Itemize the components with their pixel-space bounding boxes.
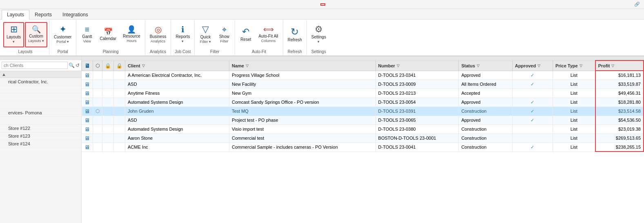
refresh-icon: ↻ <box>291 27 299 37</box>
resource-hours-sub: Hours <box>127 39 136 43</box>
search-icon[interactable]: 🔍 <box>69 62 75 68</box>
planning-group-items: ≡ Gantt View 📅 Calendar 👤 Resource Hours <box>78 20 143 49</box>
show-filter-button[interactable]: ⌖ Show Filter <box>215 22 233 47</box>
settings-button[interactable]: ⚙ Settings ▾ <box>309 22 329 47</box>
sidebar-item-5[interactable]: ervices- Pomona <box>0 109 81 117</box>
table-row[interactable]: 🖥 Anytime Fitness New Gym D-TOOLS 23-021… <box>82 89 644 98</box>
row-profit: $269,513.65 <box>595 134 644 143</box>
row-profit: $16,181.13 <box>595 71 644 80</box>
col-pricetype-header[interactable]: Price Type ▽ <box>553 60 595 71</box>
row-monitor-icon: 🖥 <box>82 116 93 125</box>
table-row[interactable]: 🖥 ASD New Facility D-TOOLS 23-0009 All I… <box>82 80 644 89</box>
col-icon4: 🔒 <box>114 60 125 71</box>
row-pricetype: List <box>553 80 595 89</box>
quick-filter-sub: Filter ▾ <box>200 40 211 44</box>
row-approved: ✓ <box>512 143 553 152</box>
row-lock2-icon <box>114 143 125 152</box>
table-row[interactable]: 🖥 A American Electrical Contractor, Inc.… <box>82 71 644 80</box>
row-monitor-icon: 🖥 <box>82 134 93 143</box>
col-status-header[interactable]: Status ▽ <box>459 60 512 71</box>
sidebar-scroll-up[interactable]: ▲ <box>2 72 6 77</box>
col-name-header[interactable]: Name ▽ <box>229 60 375 71</box>
ribbon-group-jobcost: ℹ Reports ▾ Job Cost <box>171 20 195 55</box>
col-profit-header[interactable]: Profit ▽ <box>595 60 644 71</box>
show-filter-sub: Filter <box>220 39 228 44</box>
row-lock1-icon <box>102 107 114 116</box>
table-row[interactable]: 🖥 Automated Systems Design Comcast Sandy… <box>82 98 644 107</box>
row-client: ASD <box>125 80 229 89</box>
sidebar-item-3[interactable] <box>0 94 81 101</box>
row-name: Visio import test <box>229 125 375 134</box>
refresh-group-items: ↻ Refresh <box>285 20 305 49</box>
quick-filter-button[interactable]: ▽ Quick Filter ▾ <box>196 22 214 47</box>
reset-button[interactable]: ↶ Reset <box>237 22 255 47</box>
ribbon-group-analytics: ◎ Business Analytics Analytics <box>145 20 171 55</box>
table-row[interactable]: 🖥 Aaron Stone Commercial test BOSTON-D-T… <box>82 134 644 143</box>
sidebar-header <box>0 56 81 60</box>
auto-fit-icon: ⟺ <box>263 26 274 33</box>
resource-hours-button[interactable]: 👤 Resource Hours <box>120 22 143 47</box>
analytics-group-label: Analytics <box>150 49 166 55</box>
col-client-header[interactable]: Client ▽ <box>125 60 229 71</box>
tab-reports[interactable]: Reports <box>29 10 57 19</box>
search-input[interactable] <box>2 62 68 69</box>
row-approved: ✓ <box>512 98 553 107</box>
table-row[interactable]: 🖥 Automated Systems Design Visio import … <box>82 125 644 134</box>
row-lock1-icon <box>102 134 114 143</box>
resource-hours-icon: 👤 <box>127 26 136 33</box>
row-profit: $18,281.80 <box>595 98 644 107</box>
table-header-row: 🖥 ⬡ 🔒 🔒 Client ▽ <box>82 60 644 71</box>
tab-integrations[interactable]: Integrations <box>57 10 93 19</box>
row-monitor-icon: 🖥 <box>82 89 93 98</box>
row-number: D-TOOLS 23-0213 <box>375 89 459 98</box>
row-lock2-icon <box>114 116 125 125</box>
row-lock2-icon <box>114 80 125 89</box>
gantt-view-button[interactable]: ≡ Gantt View <box>78 22 96 47</box>
refresh-button[interactable]: ↻ Refresh <box>285 22 305 47</box>
layouts-button[interactable]: ⊞ Layouts ▾ <box>3 22 24 47</box>
content-area: 🔍 ↺ ▲ rical Contractor, Inc. ervices- Po… <box>0 56 644 223</box>
row-share-icon <box>93 125 102 134</box>
row-monitor-icon: 🖥 <box>82 98 93 107</box>
customer-portal-button[interactable]: ✦ Customer Portal ▾ <box>51 22 74 47</box>
show-filter-icon: ⌖ <box>222 25 227 33</box>
row-number: D-TOOLS 23-0009 <box>375 80 459 89</box>
sidebar-item-7[interactable]: Store #122 <box>0 125 81 132</box>
reset-search-icon[interactable]: ↺ <box>76 62 80 68</box>
connection-icon: 🔗 <box>634 2 640 7</box>
customer-portal-sub: Portal ▾ <box>56 40 69 44</box>
customer-portal-icon: ✦ <box>59 25 67 34</box>
col-approved-header[interactable]: Approved ▽ <box>512 60 553 71</box>
col-number-header[interactable]: Number ▽ <box>375 60 459 71</box>
business-analytics-button[interactable]: ◎ Business Analytics <box>147 22 169 47</box>
table-row[interactable]: 🖥 ACME Inc Commercial Sample - includes … <box>82 143 644 152</box>
table-row[interactable]: 🖥 ASD Project test - PO phase D-TOOLS 23… <box>82 116 644 125</box>
sidebar-item-4[interactable] <box>0 101 81 109</box>
settings-group-items: ⚙ Settings ▾ <box>309 20 329 49</box>
ribbon-group-layouts: ⊞ Layouts ▾ 🔍 Custom Layouts ▾ Layouts <box>2 20 49 55</box>
table-row[interactable]: 🖥 ⬡ John Gruden Test MQ D-TOOLS 23-0391 … <box>82 107 644 116</box>
row-profit: $33,519.87 <box>595 80 644 89</box>
sidebar-item-6[interactable] <box>0 117 81 125</box>
projects-table: 🖥 ⬡ 🔒 🔒 Client ▽ <box>82 60 644 152</box>
sidebar-item-2[interactable] <box>0 86 81 94</box>
row-approved <box>512 89 553 98</box>
custom-layouts-button[interactable]: 🔍 Custom Layouts ▾ <box>25 22 47 47</box>
project-explorer-label <box>320 3 325 6</box>
row-status: Approved <box>459 71 512 80</box>
show-filter-label: Show <box>219 34 229 39</box>
ribbon-group-refresh: ↻ Refresh Refresh <box>283 20 307 55</box>
row-name: Comcast Sandy Springs Office - PO versio… <box>229 98 375 107</box>
business-analytics-icon: ◎ <box>155 25 162 33</box>
sidebar-item-9[interactable]: Store #124 <box>0 140 81 148</box>
sidebar-item-1[interactable]: rical Contractor, Inc. <box>0 78 81 86</box>
data-grid[interactable]: 🖥 ⬡ 🔒 🔒 Client ▽ <box>82 60 644 223</box>
auto-fit-button[interactable]: ⟺ Auto-Fit All Columns <box>255 22 281 47</box>
reports-button[interactable]: ℹ Reports ▾ <box>173 22 193 47</box>
portal-group-label: Portal <box>58 49 68 55</box>
calendar-button[interactable]: 📅 Calendar <box>97 22 119 47</box>
row-pricetype: List <box>553 107 595 116</box>
tab-layouts[interactable]: Layouts <box>2 10 29 20</box>
sidebar-item-8[interactable]: Store #123 <box>0 132 81 140</box>
calendar-label: Calendar <box>100 36 116 41</box>
